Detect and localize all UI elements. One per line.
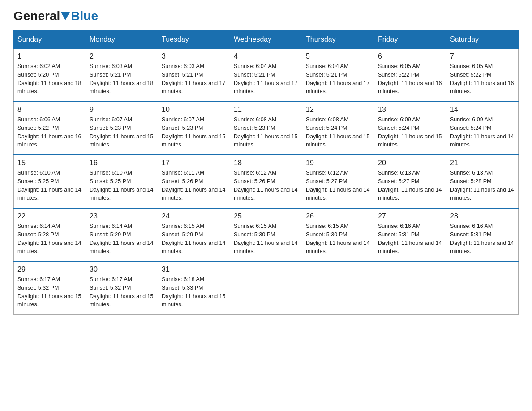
day-number: 16 xyxy=(90,159,154,167)
week-row-2: 8 Sunrise: 6:06 AM Sunset: 5:22 PM Dayli… xyxy=(14,102,519,155)
day-cell: 27 Sunrise: 6:16 AM Sunset: 5:31 PM Dayl… xyxy=(374,208,446,261)
day-info: Sunrise: 6:07 AM Sunset: 5:23 PM Dayligh… xyxy=(162,116,226,149)
day-info: Sunrise: 6:05 AM Sunset: 5:22 PM Dayligh… xyxy=(450,62,515,96)
day-cell: 19 Sunrise: 6:12 AM Sunset: 5:27 PM Dayl… xyxy=(302,155,374,208)
logo: General Blue xyxy=(13,9,98,23)
day-number: 17 xyxy=(162,159,226,167)
day-cell: 11 Sunrise: 6:08 AM Sunset: 5:23 PM Dayl… xyxy=(230,102,302,155)
day-info: Sunrise: 6:03 AM Sunset: 5:21 PM Dayligh… xyxy=(90,62,154,96)
day-info: Sunrise: 6:08 AM Sunset: 5:23 PM Dayligh… xyxy=(234,116,298,149)
day-number: 25 xyxy=(234,212,298,220)
logo-general-text: General xyxy=(13,9,60,23)
weekday-header-wednesday: Wednesday xyxy=(230,31,302,49)
day-cell: 17 Sunrise: 6:11 AM Sunset: 5:26 PM Dayl… xyxy=(158,155,230,208)
day-cell: 3 Sunrise: 6:03 AM Sunset: 5:21 PM Dayli… xyxy=(158,48,230,102)
day-number: 19 xyxy=(306,159,370,167)
day-cell: 29 Sunrise: 6:17 AM Sunset: 5:32 PM Dayl… xyxy=(14,261,86,315)
day-number: 4 xyxy=(234,52,298,60)
day-number: 29 xyxy=(17,265,82,274)
day-cell: 2 Sunrise: 6:03 AM Sunset: 5:21 PM Dayli… xyxy=(86,48,158,102)
day-number: 3 xyxy=(162,52,226,60)
day-number: 14 xyxy=(450,106,515,114)
day-cell: 12 Sunrise: 6:08 AM Sunset: 5:24 PM Dayl… xyxy=(302,102,374,155)
day-number: 20 xyxy=(378,159,442,167)
day-info: Sunrise: 6:13 AM Sunset: 5:27 PM Dayligh… xyxy=(378,169,442,202)
day-cell: 4 Sunrise: 6:04 AM Sunset: 5:21 PM Dayli… xyxy=(230,48,302,102)
day-info: Sunrise: 6:17 AM Sunset: 5:32 PM Dayligh… xyxy=(90,275,154,309)
day-number: 23 xyxy=(90,212,154,220)
header: General Blue xyxy=(13,9,519,23)
weekday-header-tuesday: Tuesday xyxy=(158,31,230,49)
weekday-header-monday: Monday xyxy=(86,31,158,49)
day-cell xyxy=(230,261,302,315)
day-number: 7 xyxy=(450,52,515,60)
logo-triangle-icon xyxy=(61,12,70,20)
day-info: Sunrise: 6:17 AM Sunset: 5:32 PM Dayligh… xyxy=(17,275,82,309)
day-info: Sunrise: 6:15 AM Sunset: 5:29 PM Dayligh… xyxy=(162,222,226,256)
day-info: Sunrise: 6:06 AM Sunset: 5:22 PM Dayligh… xyxy=(17,116,82,149)
day-number: 21 xyxy=(450,159,515,167)
day-cell: 31 Sunrise: 6:18 AM Sunset: 5:33 PM Dayl… xyxy=(158,261,230,315)
day-number: 30 xyxy=(90,265,154,274)
day-number: 1 xyxy=(17,52,82,60)
day-info: Sunrise: 6:10 AM Sunset: 5:25 PM Dayligh… xyxy=(17,169,82,202)
day-info: Sunrise: 6:02 AM Sunset: 5:20 PM Dayligh… xyxy=(17,62,82,96)
day-cell: 7 Sunrise: 6:05 AM Sunset: 5:22 PM Dayli… xyxy=(446,48,519,102)
week-row-3: 15 Sunrise: 6:10 AM Sunset: 5:25 PM Dayl… xyxy=(14,155,519,208)
week-row-1: 1 Sunrise: 6:02 AM Sunset: 5:20 PM Dayli… xyxy=(14,48,519,102)
day-number: 13 xyxy=(378,106,442,114)
day-cell: 22 Sunrise: 6:14 AM Sunset: 5:28 PM Dayl… xyxy=(14,208,86,261)
day-number: 26 xyxy=(306,212,370,220)
day-cell: 8 Sunrise: 6:06 AM Sunset: 5:22 PM Dayli… xyxy=(14,102,86,155)
day-number: 24 xyxy=(162,212,226,220)
day-info: Sunrise: 6:11 AM Sunset: 5:26 PM Dayligh… xyxy=(162,169,226,202)
logo-blue-text: Blue xyxy=(71,9,98,23)
day-number: 12 xyxy=(306,106,370,114)
day-number: 9 xyxy=(90,106,154,114)
day-info: Sunrise: 6:07 AM Sunset: 5:23 PM Dayligh… xyxy=(90,116,154,149)
day-cell: 28 Sunrise: 6:16 AM Sunset: 5:31 PM Dayl… xyxy=(446,208,519,261)
weekday-header-thursday: Thursday xyxy=(302,31,374,49)
day-info: Sunrise: 6:13 AM Sunset: 5:28 PM Dayligh… xyxy=(450,169,515,202)
day-cell: 5 Sunrise: 6:04 AM Sunset: 5:21 PM Dayli… xyxy=(302,48,374,102)
weekday-header-row: SundayMondayTuesdayWednesdayThursdayFrid… xyxy=(14,31,519,49)
day-number: 6 xyxy=(378,52,442,60)
day-info: Sunrise: 6:14 AM Sunset: 5:29 PM Dayligh… xyxy=(90,222,154,256)
day-cell: 18 Sunrise: 6:12 AM Sunset: 5:26 PM Dayl… xyxy=(230,155,302,208)
weekday-header-sunday: Sunday xyxy=(14,31,86,49)
day-info: Sunrise: 6:15 AM Sunset: 5:30 PM Dayligh… xyxy=(306,222,370,256)
day-info: Sunrise: 6:09 AM Sunset: 5:24 PM Dayligh… xyxy=(450,116,515,149)
day-info: Sunrise: 6:16 AM Sunset: 5:31 PM Dayligh… xyxy=(378,222,442,256)
day-info: Sunrise: 6:16 AM Sunset: 5:31 PM Dayligh… xyxy=(450,222,515,256)
week-row-4: 22 Sunrise: 6:14 AM Sunset: 5:28 PM Dayl… xyxy=(14,208,519,261)
day-info: Sunrise: 6:15 AM Sunset: 5:30 PM Dayligh… xyxy=(234,222,298,256)
day-cell: 21 Sunrise: 6:13 AM Sunset: 5:28 PM Dayl… xyxy=(446,155,519,208)
weekday-header-friday: Friday xyxy=(374,31,446,49)
day-info: Sunrise: 6:04 AM Sunset: 5:21 PM Dayligh… xyxy=(234,62,298,96)
day-number: 5 xyxy=(306,52,370,60)
day-number: 31 xyxy=(162,265,226,274)
day-number: 27 xyxy=(378,212,442,220)
day-cell: 25 Sunrise: 6:15 AM Sunset: 5:30 PM Dayl… xyxy=(230,208,302,261)
day-cell xyxy=(446,261,519,315)
day-cell: 13 Sunrise: 6:09 AM Sunset: 5:24 PM Dayl… xyxy=(374,102,446,155)
day-info: Sunrise: 6:09 AM Sunset: 5:24 PM Dayligh… xyxy=(378,116,442,149)
day-cell: 20 Sunrise: 6:13 AM Sunset: 5:27 PM Dayl… xyxy=(374,155,446,208)
day-number: 10 xyxy=(162,106,226,114)
day-number: 28 xyxy=(450,212,515,220)
day-cell: 9 Sunrise: 6:07 AM Sunset: 5:23 PM Dayli… xyxy=(86,102,158,155)
day-cell: 15 Sunrise: 6:10 AM Sunset: 5:25 PM Dayl… xyxy=(14,155,86,208)
day-number: 18 xyxy=(234,159,298,167)
day-info: Sunrise: 6:14 AM Sunset: 5:28 PM Dayligh… xyxy=(17,222,82,256)
day-cell: 26 Sunrise: 6:15 AM Sunset: 5:30 PM Dayl… xyxy=(302,208,374,261)
day-info: Sunrise: 6:10 AM Sunset: 5:25 PM Dayligh… xyxy=(90,169,154,202)
day-cell: 6 Sunrise: 6:05 AM Sunset: 5:22 PM Dayli… xyxy=(374,48,446,102)
day-info: Sunrise: 6:04 AM Sunset: 5:21 PM Dayligh… xyxy=(306,62,370,96)
day-number: 15 xyxy=(17,159,82,167)
day-number: 11 xyxy=(234,106,298,114)
day-cell: 23 Sunrise: 6:14 AM Sunset: 5:29 PM Dayl… xyxy=(86,208,158,261)
day-cell: 10 Sunrise: 6:07 AM Sunset: 5:23 PM Dayl… xyxy=(158,102,230,155)
day-cell xyxy=(374,261,446,315)
day-cell: 30 Sunrise: 6:17 AM Sunset: 5:32 PM Dayl… xyxy=(86,261,158,315)
day-cell: 16 Sunrise: 6:10 AM Sunset: 5:25 PM Dayl… xyxy=(86,155,158,208)
